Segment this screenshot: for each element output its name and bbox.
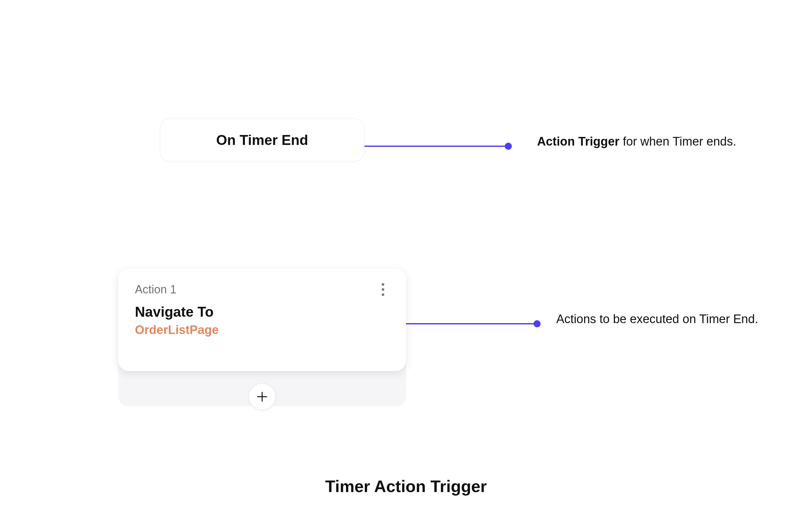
diagram-canvas: On Timer End Action Trigger for when Tim… [0, 0, 812, 525]
connector-dot [505, 143, 512, 150]
annotation-action-text: Actions to be executed on Timer End. [556, 312, 758, 326]
add-action-button[interactable] [249, 383, 276, 410]
plus-icon [256, 390, 268, 403]
action-index-label: Action 1 [135, 283, 176, 296]
svg-point-0 [382, 283, 384, 286]
connector-trigger [364, 146, 505, 147]
annotation-action: Actions to be executed on Timer End. [556, 310, 758, 328]
action-target: OrderListPage [135, 323, 389, 337]
svg-point-2 [382, 294, 384, 296]
trigger-label: On Timer End [216, 132, 308, 148]
diagram-caption: Timer Action Trigger [0, 477, 812, 496]
connector-dot [533, 320, 541, 327]
annotation-trigger: Action Trigger for when Timer ends. [537, 133, 736, 150]
annotation-trigger-bold: Action Trigger [537, 135, 620, 148]
action-card-header: Action 1 [135, 283, 389, 296]
more-vertical-icon [381, 283, 385, 297]
action-title: Navigate To [135, 304, 389, 320]
action-card[interactable]: Action 1 Navigate To OrderListPage [118, 269, 406, 371]
kebab-menu-button[interactable] [377, 283, 389, 296]
annotation-trigger-rest: for when Timer ends. [620, 135, 736, 148]
svg-point-1 [382, 288, 384, 291]
connector-action [406, 323, 534, 325]
trigger-pill[interactable]: On Timer End [160, 118, 364, 162]
